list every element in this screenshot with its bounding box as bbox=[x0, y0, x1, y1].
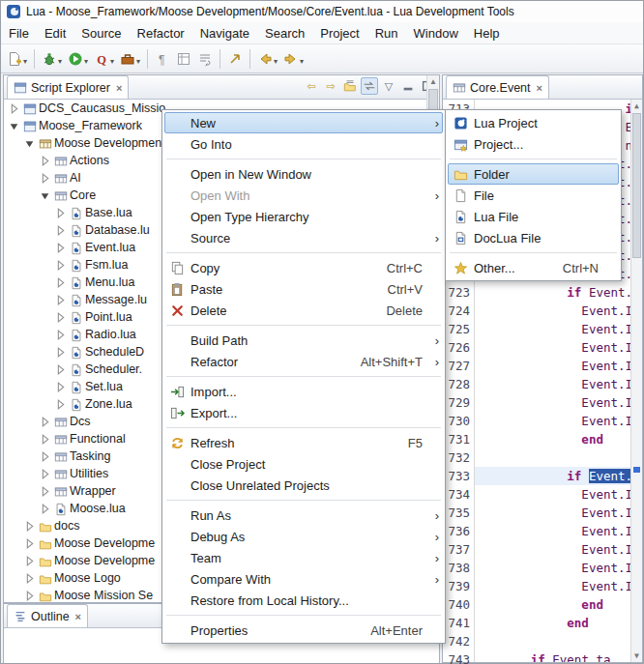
menu-item-project[interactable]: Project... bbox=[448, 133, 619, 155]
menu-item-team[interactable]: Team bbox=[164, 547, 443, 568]
menu-item-debug-as[interactable]: Debug As bbox=[164, 526, 443, 547]
word-wrap-button[interactable] bbox=[195, 47, 215, 71]
menu-item-import[interactable]: Import... bbox=[164, 381, 443, 402]
expand-arrow-icon[interactable] bbox=[23, 555, 36, 567]
expand-arrow-icon[interactable] bbox=[23, 572, 36, 585]
expand-arrow-icon[interactable] bbox=[39, 433, 51, 446]
mark-occurrences-button[interactable]: ¶ bbox=[153, 47, 172, 71]
chevron-down-icon[interactable] bbox=[57, 50, 62, 68]
menu-item-close-unrelated-projects[interactable]: Close Unrelated Projects bbox=[164, 475, 443, 496]
expand-arrow-icon[interactable] bbox=[54, 276, 67, 289]
coverage-button[interactable]: Q bbox=[92, 47, 116, 71]
menu-item-properties[interactable]: PropertiesAlt+Enter bbox=[164, 620, 443, 641]
chevron-down-icon[interactable] bbox=[83, 50, 88, 68]
expand-arrow-icon[interactable] bbox=[54, 381, 67, 393]
menu-window[interactable]: Window bbox=[406, 24, 466, 43]
menu-navigate[interactable]: Navigate bbox=[192, 24, 257, 43]
expand-arrow-icon[interactable] bbox=[39, 450, 51, 463]
last-edit-location-button[interactable] bbox=[225, 47, 245, 71]
scroll-down-icon[interactable]: ▼ bbox=[631, 650, 642, 662]
menu-source[interactable]: Source bbox=[73, 24, 129, 43]
menu-item-go-into[interactable]: Go Into bbox=[164, 133, 443, 155]
expand-arrow-icon[interactable] bbox=[39, 172, 51, 185]
menu-run[interactable]: Run bbox=[367, 24, 406, 43]
expand-arrow-icon[interactable] bbox=[54, 259, 67, 272]
scroll-up-icon[interactable]: ▲ bbox=[427, 75, 439, 88]
collapse-arrow-icon[interactable] bbox=[39, 189, 51, 202]
menu-item-refresh[interactable]: RefreshF5 bbox=[164, 432, 443, 453]
menu-item-restore-from-local-history[interactable]: Restore from Local History... bbox=[164, 590, 443, 611]
expand-arrow-icon[interactable] bbox=[8, 102, 20, 115]
expand-arrow-icon[interactable] bbox=[54, 294, 67, 306]
expand-arrow-icon[interactable] bbox=[39, 503, 51, 515]
menu-item-copy[interactable]: CopyCtrl+C bbox=[164, 257, 443, 278]
menu-search[interactable]: Search bbox=[257, 24, 312, 43]
expand-arrow-icon[interactable] bbox=[39, 468, 51, 480]
expand-arrow-icon[interactable] bbox=[54, 311, 67, 324]
expand-arrow-icon[interactable] bbox=[39, 155, 51, 167]
tab-outline[interactable]: Outline bbox=[7, 604, 88, 627]
link-with-editor-button[interactable] bbox=[361, 77, 378, 95]
back-button[interactable]: ⇦ bbox=[303, 77, 320, 95]
expand-arrow-icon[interactable] bbox=[39, 416, 51, 428]
scroll-up-icon[interactable]: ▲ bbox=[631, 100, 642, 112]
menu-item-paste[interactable]: PasteCtrl+V bbox=[164, 278, 443, 300]
expand-arrow-icon[interactable] bbox=[54, 398, 67, 411]
editor-scrollbar[interactable]: ▲ ▼ bbox=[630, 100, 642, 662]
menu-item-lua-project[interactable]: Lua Project bbox=[448, 112, 619, 133]
menu-item-close-project[interactable]: Close Project bbox=[164, 453, 443, 475]
chevron-down-icon[interactable] bbox=[299, 50, 304, 68]
tab-script-explorer[interactable]: Script Explorer bbox=[7, 75, 129, 99]
collapse-arrow-icon[interactable] bbox=[23, 137, 36, 150]
menu-item-new[interactable]: New bbox=[164, 112, 443, 133]
close-icon[interactable] bbox=[537, 82, 542, 94]
back-button[interactable] bbox=[255, 47, 279, 71]
menu-edit[interactable]: Edit bbox=[37, 24, 73, 43]
menu-item-run-as[interactable]: Run As bbox=[164, 505, 443, 526]
new-wizard-button[interactable] bbox=[5, 47, 29, 71]
menu-item-compare-with[interactable]: Compare With bbox=[164, 568, 443, 590]
menu-item-refactor[interactable]: RefactorAlt+Shift+T bbox=[164, 351, 443, 372]
expand-arrow-icon[interactable] bbox=[54, 242, 67, 254]
expand-arrow-icon[interactable] bbox=[54, 346, 67, 359]
expand-arrow-icon[interactable] bbox=[39, 485, 51, 498]
menu-project[interactable]: Project bbox=[312, 24, 366, 43]
chevron-down-icon[interactable] bbox=[273, 50, 278, 68]
expand-arrow-icon[interactable] bbox=[54, 329, 67, 341]
chevron-down-icon[interactable] bbox=[22, 50, 27, 68]
external-tools-button[interactable] bbox=[118, 47, 142, 71]
menu-item-delete[interactable]: DeleteDelete bbox=[164, 300, 443, 321]
editor-scroll-thumb[interactable] bbox=[632, 113, 641, 258]
tab-core-event[interactable]: Core.Event bbox=[446, 75, 549, 99]
menu-item-open-in-new-window[interactable]: Open in New Window bbox=[164, 163, 443, 185]
menu-refactor[interactable]: Refactor bbox=[130, 24, 192, 43]
collapse-all-button[interactable] bbox=[341, 77, 359, 95]
menu-item-export[interactable]: Export... bbox=[164, 402, 443, 423]
menu-item-open-type-hierarchy[interactable]: Open Type Hierarchy bbox=[164, 206, 443, 227]
expand-arrow-icon[interactable] bbox=[23, 590, 36, 602]
expand-arrow-icon[interactable] bbox=[54, 207, 67, 219]
show-whitespace-button[interactable] bbox=[174, 47, 193, 71]
expand-arrow-icon[interactable] bbox=[23, 520, 36, 533]
minimize-view-button[interactable] bbox=[399, 77, 417, 95]
menu-file[interactable]: File bbox=[1, 24, 37, 43]
collapse-arrow-icon[interactable] bbox=[8, 120, 20, 132]
forward-button[interactable] bbox=[281, 47, 306, 71]
menu-item-other[interactable]: Other...Ctrl+N bbox=[448, 257, 619, 278]
menu-item-file[interactable]: File bbox=[448, 185, 619, 206]
menu-item-open-with[interactable]: Open With bbox=[164, 185, 443, 206]
menu-item-build-path[interactable]: Build Path bbox=[164, 330, 443, 351]
view-menu-button[interactable]: ▽ bbox=[380, 77, 397, 95]
forward-button[interactable]: ⇨ bbox=[322, 77, 339, 95]
run-button[interactable] bbox=[66, 47, 90, 71]
menu-item-source[interactable]: Source bbox=[164, 227, 443, 248]
menu-item-doclua-file[interactable]: DocLua File bbox=[448, 227, 619, 248]
expand-arrow-icon[interactable] bbox=[54, 363, 67, 376]
close-icon[interactable] bbox=[116, 82, 122, 94]
close-icon[interactable] bbox=[75, 611, 81, 622]
selection-marker[interactable] bbox=[633, 467, 640, 473]
chevron-down-icon[interactable] bbox=[109, 50, 114, 68]
menu-item-folder[interactable]: Folder bbox=[448, 163, 619, 185]
debug-button[interactable] bbox=[40, 47, 64, 71]
menu-item-lua-file[interactable]: Lua File bbox=[448, 206, 619, 227]
